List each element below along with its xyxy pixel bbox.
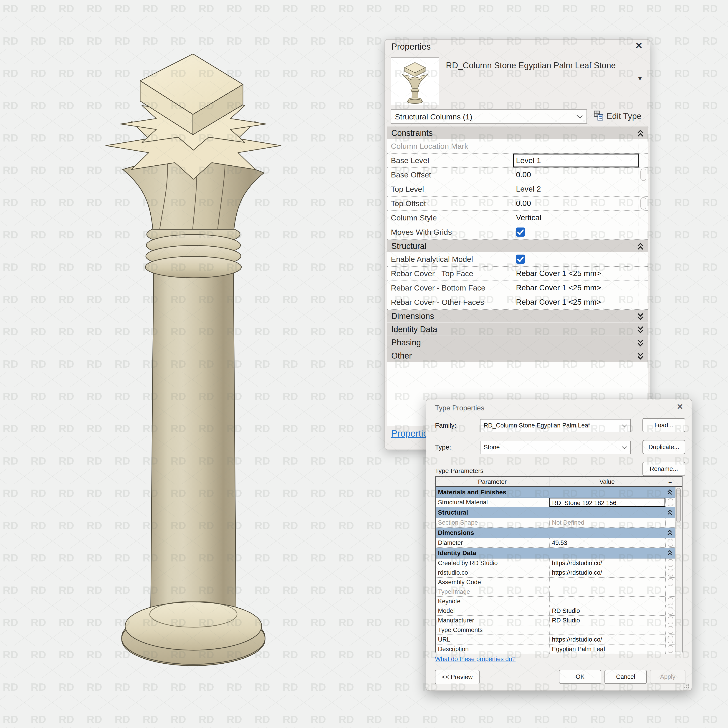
table-scrollbar[interactable] [675, 487, 682, 652]
associate-parameter-button[interactable] [668, 578, 673, 586]
scrollbar-thumb[interactable] [676, 488, 681, 522]
chevron-double-down-icon[interactable] [636, 339, 644, 347]
parameter-value-text: 49.53 [552, 539, 567, 546]
property-label: Rebar Cover - Top Face [387, 267, 513, 280]
property-value[interactable] [513, 252, 639, 266]
parameter-row: Diameter49.53 [436, 538, 682, 548]
parameter-value[interactable]: Not Defined [549, 518, 665, 527]
parameter-value[interactable] [549, 578, 665, 587]
associate-parameter-button[interactable] [668, 569, 673, 577]
cancel-button[interactable]: Cancel [604, 670, 647, 684]
parameter-row: rdstudio.cohttps://rdstudio.co/ [436, 568, 682, 578]
category-filter-combobox[interactable]: Structural Columns (1) [391, 109, 587, 124]
parameter-value[interactable] [549, 587, 665, 596]
family-label: Family: [435, 422, 456, 429]
type-banner: RD_Column Stone Egyptian Palm Leaf Stone… [385, 54, 650, 108]
preview-button[interactable]: << Preview [435, 670, 480, 684]
property-label: Top Level [387, 182, 513, 196]
apply-button[interactable]: Apply [650, 670, 685, 684]
parameter-value[interactable]: RD Studio [549, 616, 665, 625]
family-combobox[interactable]: RD_Column Stone Egyptian Palm Leaf [480, 419, 631, 432]
associate-parameter-button[interactable] [668, 645, 673, 653]
ok-button[interactable]: OK [559, 670, 601, 684]
close-icon[interactable]: ✕ [677, 403, 684, 411]
chevron-double-up-icon[interactable] [636, 242, 644, 251]
associate-parameter-button[interactable] [668, 626, 673, 634]
chevron-double-up-icon[interactable] [667, 529, 673, 536]
parameter-value-text: RD Studio [552, 617, 580, 624]
associate-parameter-button[interactable] [668, 607, 673, 615]
group-header-structural[interactable]: Structural [436, 507, 682, 518]
close-icon[interactable]: ✕ [635, 41, 643, 50]
group-header-materials-and-finishes[interactable]: Materials and Finishes [436, 487, 682, 498]
parameter-value[interactable]: 49.53 [549, 538, 665, 548]
parameter-row: Type Comments [436, 626, 682, 635]
section-header-structural[interactable]: Structural [387, 240, 648, 252]
load-button[interactable]: Load... [642, 418, 685, 432]
section-label: Other [391, 351, 412, 361]
property-value[interactable]: Vertical [513, 211, 639, 225]
property-value[interactable] [513, 225, 639, 239]
type-thumbnail [391, 57, 439, 105]
duplicate-button[interactable]: Duplicate... [642, 440, 685, 454]
associate-parameter-button[interactable] [668, 559, 673, 567]
type-combobox[interactable]: Stone [480, 441, 631, 454]
section-header-dimensions[interactable]: Dimensions [387, 310, 648, 323]
chevron-double-up-icon[interactable] [636, 129, 644, 138]
chevron-double-down-icon[interactable] [636, 312, 644, 321]
property-value[interactable]: Level 1 [513, 154, 639, 167]
parameter-row: Type Image [436, 587, 682, 597]
parameter-value[interactable] [549, 626, 665, 635]
associate-parameter-button[interactable] [641, 168, 646, 181]
parameter-value[interactable]: https://rdstudio.co/ [549, 558, 665, 567]
associate-parameter-button[interactable] [668, 616, 673, 624]
parameter-value[interactable] [549, 597, 665, 606]
associate-parameter-button[interactable] [668, 597, 673, 605]
property-label: Base Level [387, 154, 513, 167]
associate-parameter-button[interactable] [668, 636, 673, 643]
rename-button[interactable]: Rename... [642, 462, 685, 476]
section-header-identity-data[interactable]: Identity Data [387, 323, 648, 336]
property-value[interactable]: Level 2 [513, 182, 639, 196]
section-header-phasing[interactable]: Phasing [387, 336, 648, 349]
property-value[interactable]: 0.00 [513, 197, 639, 210]
property-value[interactable]: Rebar Cover 1 <25 mm> [513, 281, 639, 295]
edit-type-icon [593, 110, 604, 121]
section-header-other[interactable]: Other [387, 349, 648, 362]
edit-type-button[interactable]: Edit Type [593, 110, 604, 124]
property-value[interactable] [513, 139, 639, 153]
chevron-double-up-icon[interactable] [667, 489, 673, 495]
associate-parameter-button[interactable] [668, 499, 673, 506]
parameter-value[interactable]: https://rdstudio.co/ [549, 635, 665, 644]
parameter-value[interactable]: RD_Stone 192 182 156 [549, 498, 665, 507]
properties-help-link[interactable]: What do these properties do? [435, 656, 515, 663]
chevron-double-up-icon[interactable] [667, 550, 673, 556]
base-torus [125, 602, 262, 650]
property-value[interactable]: Rebar Cover 1 <25 mm> [513, 295, 639, 309]
parameter-value-text: https://rdstudio.co/ [552, 569, 602, 576]
property-value[interactable]: Rebar Cover 1 <25 mm> [513, 267, 639, 280]
parameter-value[interactable]: RD Studio [549, 606, 665, 615]
properties-help-link[interactable]: Propertie [391, 428, 428, 439]
property-row: Top LevelLevel 2 [387, 182, 648, 197]
associate-parameter-button[interactable] [641, 197, 646, 210]
parameter-value[interactable]: https://rdstudio.co/ [549, 568, 665, 577]
properties-title: Properties [391, 42, 431, 52]
chevron-double-down-icon[interactable] [636, 352, 644, 360]
group-header-identity-data[interactable]: Identity Data [436, 548, 682, 558]
parameter-value[interactable]: Egyptian Palm Leaf [549, 644, 665, 654]
checkbox-checked[interactable] [516, 228, 525, 237]
resize-grip-icon[interactable] [684, 683, 689, 689]
property-row: Rebar Cover - Top FaceRebar Cover 1 <25 … [387, 267, 648, 281]
section-header-constraints[interactable]: Constraints [387, 127, 648, 139]
associate-parameter-button[interactable] [668, 539, 673, 547]
group-header-dimensions[interactable]: Dimensions [436, 528, 682, 538]
chevron-double-down-icon[interactable] [636, 326, 644, 334]
row-gutter [639, 139, 648, 153]
type-selector-dropdown-icon[interactable]: ▼ [637, 75, 643, 82]
property-row: Moves With Grids [387, 225, 648, 240]
checkbox-checked[interactable] [516, 255, 525, 264]
property-value[interactable]: 0.00 [513, 168, 639, 182]
properties-grid: ConstraintsColumn Location MarkBase Leve… [387, 127, 648, 426]
chevron-double-up-icon[interactable] [667, 509, 673, 515]
